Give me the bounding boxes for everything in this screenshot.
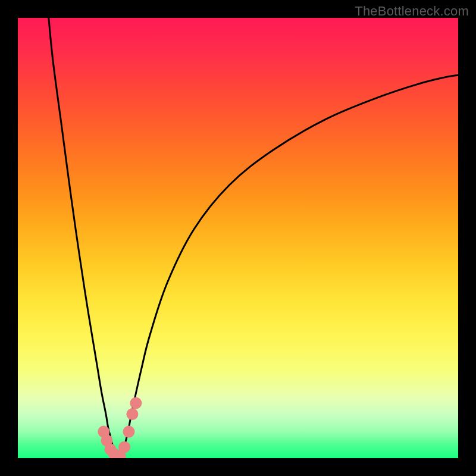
highlight-marker — [130, 397, 142, 409]
right-branch-curve — [119, 75, 458, 458]
left-branch-curve — [49, 18, 119, 458]
watermark-text: TheBottleneck.com — [355, 4, 469, 19]
chart-frame: TheBottleneck.com — [0, 0, 476, 476]
highlight-marker — [118, 441, 130, 453]
highlight-marker — [123, 426, 134, 438]
highlight-marker — [126, 408, 138, 420]
curve-layer — [18, 18, 458, 458]
plot-area — [18, 18, 458, 458]
